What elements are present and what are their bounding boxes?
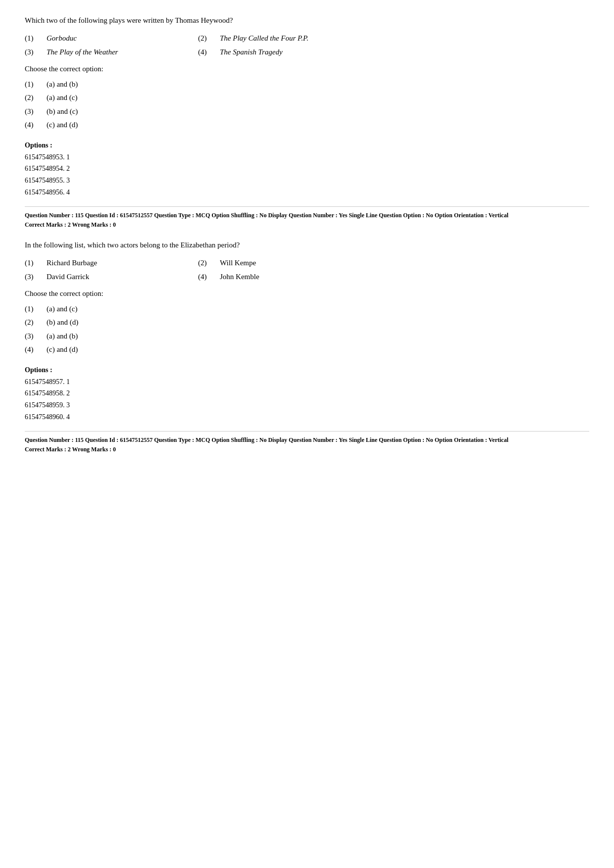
play-text-4: The Spanish Tragedy — [220, 46, 283, 58]
choose-option-1-3[interactable]: (3) (b) and (c) — [25, 105, 589, 118]
option-code-1-3: 61547548955. 3 — [25, 175, 589, 187]
play-option-2: (2) The Play Called the Four P.P. — [198, 32, 371, 44]
actor-text-1: Richard Burbage — [47, 257, 97, 269]
play-num-1: (1) — [25, 32, 39, 44]
actor-num-4: (4) — [198, 271, 212, 283]
play-text-2: The Play Called the Four P.P. — [220, 32, 308, 44]
question-2-options-section: Options : 61547548957. 1 61547548958. 2 … — [25, 366, 589, 423]
play-option-3: (3) The Play of the Weather — [25, 46, 198, 58]
question-2-option-codes: 61547548957. 1 61547548958. 2 6154754895… — [25, 376, 589, 423]
actor-option-2: (2) Will Kempe — [198, 257, 371, 269]
choose-text-1-2: (a) and (c) — [47, 92, 77, 104]
choose-num-1-1: (1) — [25, 78, 39, 91]
actor-text-3: David Garrick — [47, 271, 89, 283]
play-option-4: (4) The Spanish Tragedy — [198, 46, 371, 58]
play-num-4: (4) — [198, 46, 212, 58]
choose-text-1-3: (b) and (c) — [47, 105, 78, 118]
question-2-options-label: Options : — [25, 366, 589, 374]
choose-num-2-3: (3) — [25, 330, 39, 343]
actor-text-4: John Kemble — [220, 271, 259, 283]
question-1-meta: Question Number : 115 Question Id : 6154… — [25, 206, 589, 230]
question-1-text: Which two of the following plays were wr… — [25, 15, 589, 26]
play-text-3: The Play of the Weather — [47, 46, 118, 58]
choose-num-1-2: (2) — [25, 92, 39, 104]
option-code-1-4: 61547548956. 4 — [25, 187, 589, 198]
question-1-choose-options: (1) (a) and (b) (2) (a) and (c) (3) (b) … — [25, 78, 589, 132]
question-1-marks: Correct Marks : 2 Wrong Marks : 0 — [25, 220, 589, 230]
choose-text-1-1: (a) and (b) — [47, 78, 78, 91]
play-option-1: (1) Gorboduc — [25, 32, 198, 44]
actor-text-2: Will Kempe — [220, 257, 256, 269]
choose-num-1-4: (4) — [25, 119, 39, 132]
choose-num-2-2: (2) — [25, 316, 39, 329]
question-1-option-codes: 61547548953. 1 61547548954. 2 6154754895… — [25, 151, 589, 198]
choose-text-2-2: (b) and (d) — [47, 316, 78, 329]
choose-text-1-4: (c) and (d) — [47, 119, 78, 132]
choose-num-2-1: (1) — [25, 303, 39, 316]
question-2-meta-text: Question Number : 115 Question Id : 6154… — [25, 435, 589, 445]
option-code-1-2: 61547548954. 2 — [25, 163, 589, 175]
question-2-block: In the following list, which two actors … — [25, 240, 589, 454]
question-2-marks: Correct Marks : 2 Wrong Marks : 0 — [25, 445, 589, 454]
question-2-actors-grid: (1) Richard Burbage (2) Will Kempe (3) D… — [25, 257, 371, 283]
question-1-plays-grid: (1) Gorboduc (2) The Play Called the Fou… — [25, 32, 371, 58]
option-code-2-3: 61547548959. 3 — [25, 399, 589, 411]
option-code-1-1: 61547548953. 1 — [25, 151, 589, 163]
play-num-3: (3) — [25, 46, 39, 58]
question-1-block: Which two of the following plays were wr… — [25, 15, 589, 230]
choose-text-2-3: (a) and (b) — [47, 330, 78, 343]
option-code-2-4: 61547548960. 4 — [25, 411, 589, 423]
question-2-choose-options: (1) (a) and (c) (2) (b) and (d) (3) (a) … — [25, 303, 589, 356]
question-2-text: In the following list, which two actors … — [25, 240, 589, 251]
choose-option-1-4[interactable]: (4) (c) and (d) — [25, 119, 589, 132]
choose-option-2-2[interactable]: (2) (b) and (d) — [25, 316, 589, 329]
question-2-choose-label: Choose the correct option: — [25, 289, 589, 298]
actor-option-3: (3) David Garrick — [25, 271, 198, 283]
actor-option-4: (4) John Kemble — [198, 271, 371, 283]
choose-num-2-4: (4) — [25, 343, 39, 356]
actor-num-2: (2) — [198, 257, 212, 269]
choose-text-2-1: (a) and (c) — [47, 303, 77, 316]
option-code-2-2: 61547548958. 2 — [25, 387, 589, 399]
choose-option-2-3[interactable]: (3) (a) and (b) — [25, 330, 589, 343]
question-1-meta-text: Question Number : 115 Question Id : 6154… — [25, 211, 589, 220]
question-1-options-section: Options : 61547548953. 1 61547548954. 2 … — [25, 142, 589, 198]
choose-option-1-1[interactable]: (1) (a) and (b) — [25, 78, 589, 91]
play-num-2: (2) — [198, 32, 212, 44]
choose-option-1-2[interactable]: (2) (a) and (c) — [25, 92, 589, 104]
choose-option-2-4[interactable]: (4) (c) and (d) — [25, 343, 589, 356]
actor-num-1: (1) — [25, 257, 39, 269]
actor-num-3: (3) — [25, 271, 39, 283]
question-1-options-label: Options : — [25, 142, 589, 149]
question-2-meta: Question Number : 115 Question Id : 6154… — [25, 431, 589, 454]
choose-text-2-4: (c) and (d) — [47, 343, 78, 356]
actor-option-1: (1) Richard Burbage — [25, 257, 198, 269]
option-code-2-1: 61547548957. 1 — [25, 376, 589, 388]
choose-num-1-3: (3) — [25, 105, 39, 118]
question-1-choose-label: Choose the correct option: — [25, 65, 589, 73]
choose-option-2-1[interactable]: (1) (a) and (c) — [25, 303, 589, 316]
play-text-1: Gorboduc — [47, 32, 77, 44]
